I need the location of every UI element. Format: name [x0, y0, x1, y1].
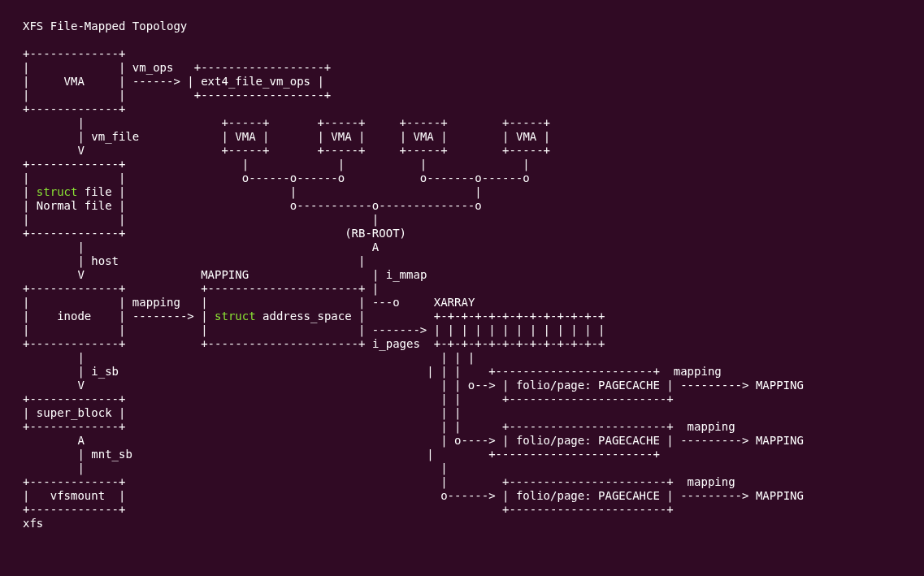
label-file-suffix: file: [77, 185, 111, 198]
label-vma-2: VMA: [331, 130, 351, 143]
label-mapping-dest-1: MAPPING: [756, 379, 804, 392]
ascii-diagram: XFS File-Mapped Topology +-------------+…: [0, 0, 924, 550]
label-mapping-dest-3: MAPPING: [756, 489, 804, 502]
keyword-struct-2: struct: [215, 310, 256, 323]
label-mapping-1: mapping: [674, 365, 722, 378]
label-i-mmap: i_mmap: [386, 268, 427, 281]
label-normal-file: Normal file: [37, 199, 112, 212]
label-mapping-3: mapping: [688, 475, 735, 488]
keyword-struct-1: struct: [37, 185, 78, 198]
label-inode: inode: [57, 310, 91, 323]
label-vma-1: VMA: [235, 130, 255, 143]
label-i-pages: i_pages: [372, 337, 420, 350]
label-mnt-sb: mnt_sb: [91, 448, 132, 461]
label-i-sb: i_sb: [91, 365, 119, 378]
label-xfs: xfs: [23, 517, 43, 530]
label-folio-1: folio/page: PAGECACHE: [516, 379, 660, 392]
label-host: host: [91, 254, 119, 267]
label-mapping-dest-2: MAPPING: [756, 434, 804, 447]
label-xarray: XARRAY: [434, 296, 475, 309]
label-address-space-suffix: address_space: [256, 310, 352, 323]
label-vma-4: VMA: [516, 130, 536, 143]
label-mapping-2: mapping: [688, 420, 735, 433]
label-rb-root: (RB-ROOT): [345, 227, 406, 240]
label-vma: VMA: [64, 75, 85, 88]
label-folio-3: folio/page: PAGECAHCE: [516, 489, 660, 502]
label-vm-ops: vm_ops: [132, 61, 174, 74]
label-vfsmount: vfsmount: [50, 489, 105, 502]
label-vm-file: vm_file: [91, 130, 139, 143]
label-ext4-file-vm-ops: ext4_file_vm_ops: [201, 75, 310, 88]
label-super-block: super_block: [37, 406, 112, 419]
label-vma-3: VMA: [414, 130, 434, 143]
label-folio-2: folio/page: PAGECACHE: [516, 434, 660, 447]
label-mapping: mapping: [132, 296, 180, 309]
diagram-title: XFS File-Mapped Topology: [23, 19, 187, 32]
label-mapping-caps: MAPPING: [201, 268, 249, 281]
